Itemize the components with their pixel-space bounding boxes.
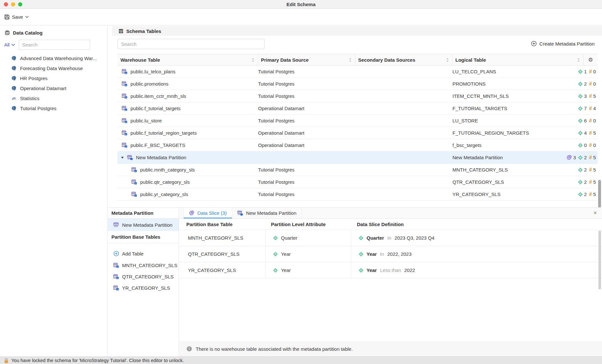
- circle-plus-icon: [113, 251, 119, 256]
- warehouse-table-row[interactable]: public.mnth_category_slsTutorial Postgre…: [118, 164, 597, 176]
- base-table-item-yr-category-sls[interactable]: YR_CATEGORY_SLS: [108, 282, 179, 294]
- save-dropdown-chevron-icon[interactable]: [25, 16, 29, 18]
- warehouse-table-row[interactable]: New Metadata PartitionNew Metadata Parti…: [118, 151, 597, 164]
- row-badges: 7#4: [576, 102, 596, 114]
- attribute-count: 1: [584, 69, 586, 74]
- warehouse-name: public.mnth_category_sls: [140, 167, 195, 172]
- schema-tables-scrollbar[interactable]: [598, 180, 601, 208]
- sidebar-item-forecasting-data-warehouse[interactable]: Forecasting Data Warehouse: [0, 63, 107, 73]
- base-table-item-mnth-category-sls[interactable]: MNTH_CATEGORY_SLS: [108, 260, 179, 271]
- warehouse-table-header-row: Warehouse TablePrimary Data SourceSecond…: [118, 54, 597, 66]
- tab-new-metadata-partition[interactable]: New Metadata Partition: [232, 208, 302, 218]
- pie-icon: [566, 155, 572, 160]
- warehouse-table-row[interactable]: public.F_BSC_TARGETSOperational Datamart…: [118, 139, 597, 151]
- sort-arrows-icon[interactable]: [446, 57, 449, 62]
- schema-tables-search-input[interactable]: [118, 39, 265, 49]
- attribute-badge: 0: [578, 142, 586, 148]
- info-message: There is no warehouse table associated w…: [196, 346, 353, 352]
- hash-icon: #: [589, 93, 592, 99]
- minimize-window-button[interactable]: [11, 2, 15, 6]
- warehouse-table-row[interactable]: public.lu_storeTutorial PostgresLU_STORE…: [118, 115, 597, 127]
- column-header-label: Secondary Data Sources: [358, 57, 415, 63]
- fact-count: 5: [593, 155, 596, 160]
- fact-count: 5: [593, 93, 596, 99]
- warehouse-name: public.item_cctr_mnth_sls: [130, 93, 186, 99]
- definition-values: 2022, 2023: [387, 251, 411, 257]
- sidebar-item-hr-postgres[interactable]: HR Postgres: [0, 73, 107, 83]
- warehouse-name: public.lu_telco_plans: [130, 69, 175, 74]
- attribute-count: 4: [584, 130, 586, 136]
- attribute-badge: 4: [578, 130, 586, 136]
- primary-source-cell: Operational Datamart: [258, 142, 355, 148]
- warehouse-table-row[interactable]: public.yr_category_slsTutorial PostgresY…: [118, 188, 597, 201]
- close-window-button[interactable]: [4, 2, 8, 6]
- fact-badge: #0: [589, 142, 596, 148]
- data-catalog-search-input[interactable]: [19, 40, 90, 50]
- sidebar-item-operational-datamart[interactable]: Operational Datamart: [0, 83, 107, 93]
- filter-dropdown[interactable]: All: [4, 42, 10, 47]
- sort-arrows-icon[interactable]: [349, 57, 352, 62]
- warehouse-table-row[interactable]: public.lu_telco_plansTutorial PostgresLU…: [118, 66, 597, 78]
- definition-values: 2022: [404, 267, 415, 273]
- primary-source-cell: Tutorial Postgres: [258, 69, 355, 74]
- info-icon: [186, 346, 192, 352]
- filter-chevron-down-icon[interactable]: [11, 44, 15, 46]
- sidebar-item-tutorial-postgres[interactable]: Tutorial Postgres: [0, 103, 107, 113]
- base-table-label: YR_CATEGORY_SLS: [122, 285, 170, 291]
- tab-data-slice-3[interactable]: Data Slice (3): [183, 208, 232, 218]
- warehouse-cell: public.f_tutorial_targets: [118, 106, 258, 111]
- status-bar: You have locked the schema for 'MicroStr…: [0, 357, 602, 364]
- attribute-badge: 7: [578, 106, 586, 111]
- base-table-item-qtr-category-sls[interactable]: QTR_CATEGORY_SLS: [108, 271, 179, 282]
- data-slice-row[interactable]: QTR_CATEGORY_SLSYearYearIn2022, 2023: [179, 246, 602, 262]
- sort-arrows-icon[interactable]: [252, 57, 254, 62]
- warehouse-table-row[interactable]: public.f_tutorial_targetsOperational Dat…: [118, 102, 597, 115]
- data-slice-row[interactable]: YR_CATEGORY_SLSYearYearLess than2022: [179, 262, 602, 278]
- close-icon[interactable]: ×: [593, 208, 597, 218]
- base-table-label: MNTH_CATEGORY_SLS: [122, 263, 177, 268]
- caret-down-icon[interactable]: [120, 156, 124, 159]
- logical-table-cell: QTR_CATEGORY_SLS: [452, 179, 584, 185]
- attribute-badge: 2: [578, 81, 586, 87]
- warehouse-cell: public.f_tutorial_region_targets: [118, 130, 258, 136]
- fact-count: 5: [593, 130, 596, 136]
- fact-badge: #5: [589, 155, 596, 161]
- column-header-warehouse-table[interactable]: Warehouse Table: [118, 54, 258, 65]
- primary-source-cell: Operational Datamart: [258, 130, 355, 136]
- sidebar-item-advanced-data-warehousing-war[interactable]: Advanced Data Warehousing War...: [0, 53, 107, 63]
- column-header-secondary-data-sources[interactable]: Secondary Data Sources: [355, 54, 452, 65]
- metadata-partition-item-selected[interactable]: New Metadata Partition: [108, 219, 179, 231]
- slice-definition-cell: YearIn2022, 2023: [351, 246, 602, 262]
- zoom-window-button[interactable]: [18, 2, 22, 6]
- column-header-label: Logical Table: [455, 57, 486, 63]
- datasource-label: Statistics: [20, 96, 39, 101]
- warehouse-table-row[interactable]: public.f_tutorial_region_targetsOperatio…: [118, 127, 597, 139]
- sort-arrows-icon[interactable]: [577, 57, 580, 62]
- diamond-icon: [578, 119, 583, 123]
- column-header-logical-table[interactable]: Logical Table: [452, 54, 584, 65]
- logical-table-cell: f_bsc_targets: [452, 142, 584, 148]
- fact-badge: #4: [589, 106, 596, 111]
- diamond-icon: [578, 69, 583, 74]
- warehouse-table-row[interactable]: public.item_cctr_mnth_slsTutorial Postgr…: [118, 90, 597, 102]
- column-header-label: Warehouse Table: [120, 57, 160, 63]
- sidebar-item-statistics[interactable]: Statistics: [0, 93, 107, 103]
- data-slice-row[interactable]: MNTH_CATEGORY_SLSQuarterQuarterIn2023 Q3…: [179, 230, 602, 246]
- slice-panel-scrollbar[interactable]: [598, 231, 601, 289]
- warehouse-tables-table: Warehouse TablePrimary Data SourceSecond…: [118, 54, 597, 201]
- save-button[interactable]: Save: [4, 14, 29, 20]
- attribute-badge: 6: [578, 118, 586, 123]
- diamond-icon: [359, 268, 363, 273]
- row-badges: 3#5: [576, 90, 596, 102]
- gear-icon[interactable]: ⚙: [588, 57, 593, 63]
- info-bar: There is no warehouse table associated w…: [179, 341, 602, 357]
- datasource-label: Operational Datamart: [20, 86, 66, 91]
- column-header-primary-data-source[interactable]: Primary Data Source: [258, 54, 355, 65]
- warehouse-table-icon: [131, 179, 137, 185]
- attribute-badge: 2: [578, 155, 586, 160]
- create-metadata-partition-button[interactable]: Create Metadata Partition: [531, 41, 595, 47]
- level-attribute-label: Year: [281, 267, 291, 273]
- add-table-button[interactable]: Add Table: [108, 247, 179, 260]
- warehouse-table-row[interactable]: public.qtr_category_slsTutorial Postgres…: [118, 176, 597, 188]
- warehouse-table-row[interactable]: public.promotionsTutorial PostgresPROMOT…: [118, 78, 597, 90]
